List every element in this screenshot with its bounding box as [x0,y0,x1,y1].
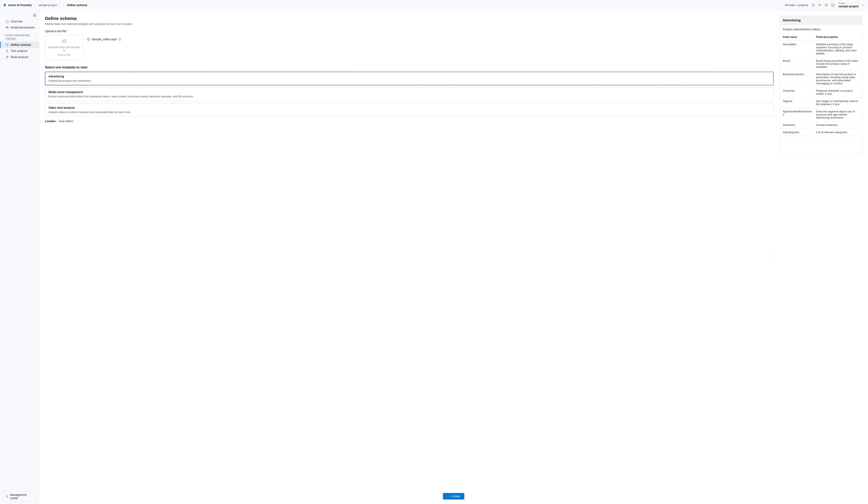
breadcrumb-project-label: sample-project [38,3,57,7]
chevron-down-icon [862,4,865,7]
trash-icon[interactable] [118,38,122,41]
svg-point-7 [87,38,90,41]
detail-panel: Advertising Product advertisement videos… [779,16,862,154]
svg-point-6 [7,57,8,57]
template-card[interactable]: Media asset managementExtract structured… [45,87,774,101]
col-field-desc: Field description [815,33,860,41]
sidebar-item-label: Define schema [11,43,31,47]
field-name-cell: Sentiment [781,121,815,129]
upload-dropzone[interactable]: Drag and drop one file here or Browse fi… [45,35,83,60]
project-switcher[interactable]: Project sample-project [838,2,865,8]
collapse-sidebar-icon[interactable] [33,13,37,17]
template-card[interactable]: Video shot analysisAnalyze videos to ext… [45,103,774,117]
sidebar-item-test-analyzer[interactable]: Test analyzer [0,48,39,54]
dropzone-browse[interactable]: Browse file [47,53,81,57]
template-desc: Extract structured information from mark… [49,95,770,98]
content-column: Define schema Review fields from selecte… [45,16,774,489]
upload-label: Upload a test file* [45,30,774,33]
template-title: Media asset management [49,90,770,94]
field-name-cell: Character [781,87,815,98]
sidebar-item-build-analyzer[interactable]: Build analyzer [0,54,39,60]
check-icon [447,495,450,498]
create-button[interactable]: Create [443,493,464,500]
chevron-up-icon [34,34,37,37]
field-name-cell: BrandIntroduction [781,71,815,87]
breadcrumb-separator: / [34,3,35,7]
select-template-heading: Select one template to start [45,65,774,69]
topbar-icons [812,3,835,7]
col-field-name: Field name [781,33,815,41]
field-desc-cell: Brand being promoted in the video. Inclu… [815,57,860,71]
main-panel: Define schema Review fields from selecte… [39,10,868,504]
breadcrumb-separator: / [63,3,64,7]
table-row: DescriptionDetailed summary of the video… [781,41,860,57]
flask-icon [6,49,9,52]
table-row: AdCategoriesList of relevant categories [781,129,860,136]
locales-label: Locales: [45,120,56,123]
sidebar-item-label: Test analyzer [11,49,28,52]
table-row: SentimentOverall sentiment [781,121,860,129]
check-circle-icon [87,38,90,41]
table-row: BrandIntroductionDescription of how the … [781,71,860,87]
detail-subtitle: Product advertisement videos. [779,25,862,32]
preview-badge: PREVIEW [5,38,17,41]
template-list: AdvertisingAdvertising analysis and mode… [45,72,774,117]
page-title: Define schema [45,16,774,21]
exit-icon [5,495,8,498]
bell-icon[interactable] [812,3,815,7]
create-button-label: Create [452,495,460,498]
sidebar-group-content-understanding[interactable]: Content understanding PREVIEW [0,31,39,42]
field-name-cell: AgeSensitiveRestrictions [781,108,815,121]
breadcrumb-current: Define schema [67,3,87,7]
template-title: Video shot analysis [49,106,770,109]
gear-icon[interactable] [825,3,828,7]
resize-handle[interactable] [773,253,774,260]
scale-icon [6,26,9,29]
field-desc-cell: Featured character or product model, if … [815,87,860,98]
sidebar-item-label: Overview [11,20,23,23]
sidebar-item-overview[interactable]: Overview [0,18,39,24]
all-hubs-link[interactable]: All hubs + projects [785,3,808,7]
uploaded-file-chip: Sample_Video.mp4 [87,35,122,41]
project-switcher-value: sample-project [838,5,859,8]
table-row: BrandBrand being promoted in the video. … [781,57,860,71]
sidebar-item-label: Build analyzer [11,56,29,59]
field-name-cell: AdCategories [781,129,815,136]
field-desc-cell: Description of how the product is presen… [815,71,860,87]
field-desc-cell: Does the segment depict use of products … [815,108,860,121]
field-desc-cell: Detailed summary of the video segment, f… [815,41,860,57]
smiley-icon[interactable] [831,3,835,7]
uploaded-file-name: Sample_Video.mp4 [92,38,116,41]
sidebar-item-define-schema[interactable]: Define schema [0,42,39,48]
svg-point-0 [826,4,827,6]
megaphone-icon[interactable] [818,3,822,7]
brand-label: Azure AI Foundry [8,3,32,7]
breadcrumb-project[interactable]: sample-project [38,3,61,7]
brand[interactable]: Azure AI Foundry [3,3,32,7]
field-name-cell: Brand [781,57,815,71]
sidebar-item-model-benchmarks[interactable]: Model benchmarks [0,24,39,31]
svg-point-1 [831,4,835,7]
template-card[interactable]: AdvertisingAdvertising analysis and mode… [45,72,774,85]
top-bar: Azure AI Foundry / sample-project / Defi… [0,0,868,10]
template-desc: Analyze videos to extract transcript and… [49,111,770,114]
detail-column: Advertising Product advertisement videos… [779,16,862,489]
footer-bar: Create [39,489,868,504]
cloud-upload-icon [62,39,66,43]
schema-icon [6,43,9,47]
template-desc: Advertising analysis and moderation. [49,79,770,82]
chevron-updown-icon [58,4,61,6]
sidebar: Overview Model benchmarks Content unders… [0,10,39,504]
management-center-label: Management center [10,493,34,500]
home-icon [6,20,9,23]
page-subtitle: Review fields from selected template and… [45,22,774,26]
management-center-button[interactable]: Management center [2,491,37,502]
detail-title: Advertising [779,16,862,25]
template-title: Advertising [49,75,770,78]
sidebar-item-label: Model benchmarks [11,26,35,29]
dropzone-text: Drag and drop one file here or [47,46,81,52]
locales-row: Locales: Auto detect [45,120,774,123]
locales-value: Auto detect [59,120,73,123]
table-row: AgeSensitiveRestrictionsDoes the segment… [781,108,860,121]
field-name-cell: TagLine [781,98,815,108]
